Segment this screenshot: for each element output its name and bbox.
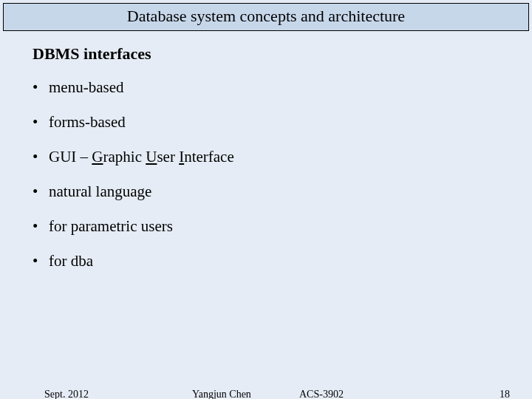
list-item: • forms-based bbox=[33, 113, 532, 132]
footer-author: Yangjun Chen bbox=[192, 389, 251, 399]
bullet-text: menu-based bbox=[49, 78, 123, 97]
bullet-text: GUI – Graphic User Interface bbox=[49, 148, 234, 166]
footer-course: ACS-3902 bbox=[299, 389, 344, 399]
list-item: • GUI – Graphic User Interface bbox=[33, 148, 532, 166]
bullet-icon: • bbox=[33, 113, 49, 132]
slide-title-bar: Database system concepts and architectur… bbox=[3, 3, 529, 31]
list-item: • for dba bbox=[33, 252, 532, 270]
bullet-icon: • bbox=[33, 217, 49, 236]
footer-date: Sept. 2012 bbox=[44, 389, 89, 399]
bullet-icon: • bbox=[33, 252, 49, 270]
footer-page: 18 bbox=[499, 389, 510, 399]
bullet-text: forms-based bbox=[49, 113, 126, 132]
bullet-text: for parametric users bbox=[49, 217, 173, 236]
slide-title: Database system concepts and architectur… bbox=[127, 7, 405, 25]
list-item: • natural language bbox=[33, 183, 532, 201]
bullet-text: for dba bbox=[49, 252, 93, 270]
list-item: • for parametric users bbox=[33, 217, 532, 236]
list-item: • menu-based bbox=[33, 78, 532, 97]
bullet-icon: • bbox=[33, 148, 49, 166]
bullet-icon: • bbox=[33, 183, 49, 201]
bullet-text: natural language bbox=[49, 183, 151, 201]
bullet-icon: • bbox=[33, 78, 49, 97]
slide-content: DBMS interfaces • menu-based • forms-bas… bbox=[0, 31, 532, 270]
section-heading: DBMS interfaces bbox=[33, 44, 532, 64]
